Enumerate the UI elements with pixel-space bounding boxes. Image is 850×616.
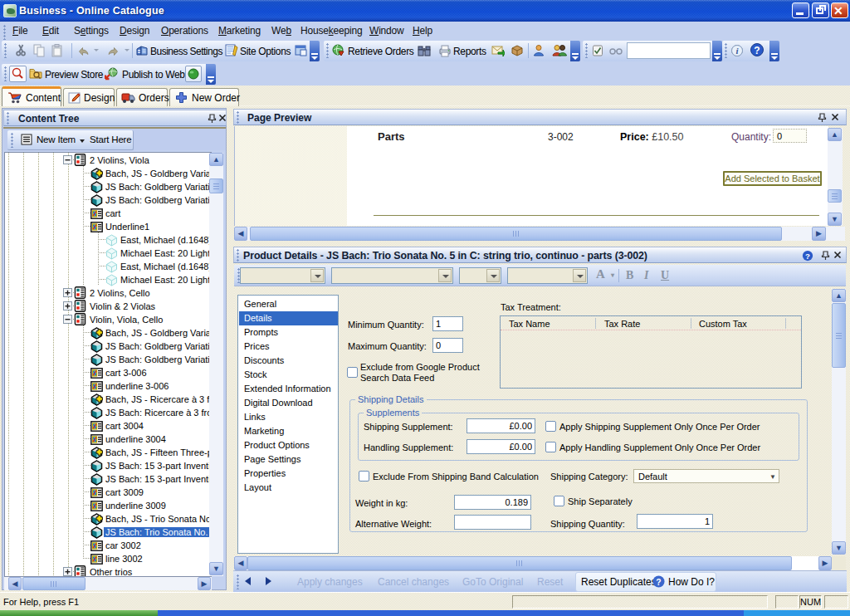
svg-text:?: ? — [754, 45, 760, 56]
svg-text:?: ? — [656, 578, 661, 587]
svg-text:?: ? — [805, 252, 810, 261]
